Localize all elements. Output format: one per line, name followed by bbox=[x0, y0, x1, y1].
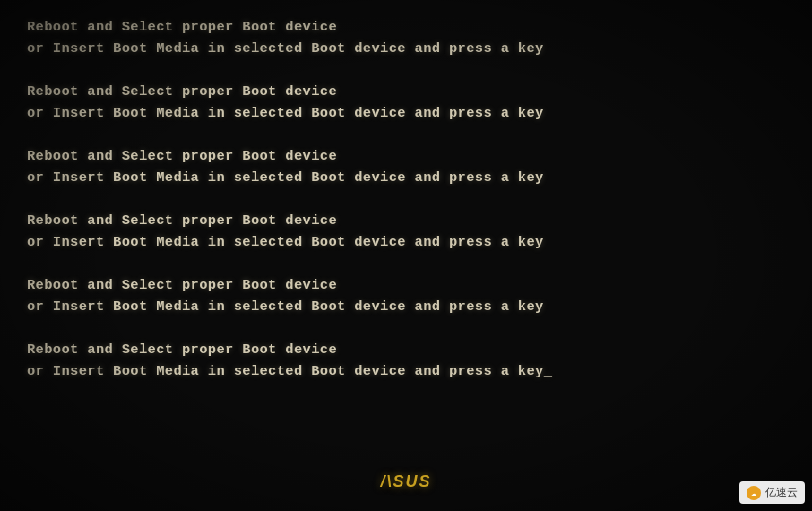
boot-line-1: Reboot and Select proper Boot device bbox=[27, 81, 785, 102]
boot-messages-container: Reboot and Select proper Boot deviceor I… bbox=[27, 16, 785, 475]
boot-message-group: Reboot and Select proper Boot deviceor I… bbox=[27, 145, 785, 188]
boot-line-2: or Insert Boot Media in selected Boot de… bbox=[27, 102, 785, 124]
boot-line-1: Reboot and Select proper Boot device bbox=[27, 339, 785, 360]
boot-message-group: Reboot and Select proper Boot deviceor I… bbox=[27, 274, 785, 317]
watermark-icon: ☁ bbox=[747, 486, 761, 500]
boot-line-1: Reboot and Select proper Boot device bbox=[27, 274, 785, 296]
bios-error-screen: Reboot and Select proper Boot deviceor I… bbox=[0, 0, 812, 511]
watermark-badge: ☁ 亿速云 bbox=[739, 481, 805, 504]
boot-line-2: or Insert Boot Media in selected Boot de… bbox=[27, 38, 785, 59]
asus-logo: /\SUS bbox=[380, 472, 431, 491]
boot-line-2: or Insert Boot Media in selected Boot de… bbox=[27, 360, 785, 382]
boot-line-2: or Insert Boot Media in selected Boot de… bbox=[27, 167, 785, 188]
boot-line-2: or Insert Boot Media in selected Boot de… bbox=[27, 231, 785, 253]
boot-message-group: Reboot and Select proper Boot deviceor I… bbox=[27, 339, 785, 382]
boot-line-1: Reboot and Select proper Boot device bbox=[27, 16, 785, 38]
watermark-text: 亿速云 bbox=[765, 485, 798, 500]
boot-line-2: or Insert Boot Media in selected Boot de… bbox=[27, 296, 785, 317]
boot-message-group: Reboot and Select proper Boot deviceor I… bbox=[27, 81, 785, 124]
boot-line-1: Reboot and Select proper Boot device bbox=[27, 145, 785, 167]
boot-message-group: Reboot and Select proper Boot deviceor I… bbox=[27, 210, 785, 253]
boot-message-group: Reboot and Select proper Boot deviceor I… bbox=[27, 16, 785, 59]
boot-line-1: Reboot and Select proper Boot device bbox=[27, 210, 785, 231]
